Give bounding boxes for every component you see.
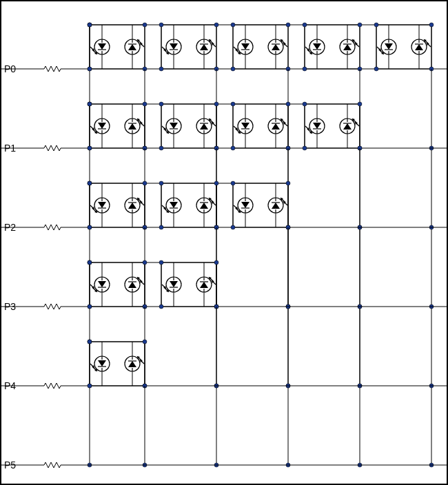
led-pair-cell — [161, 104, 217, 148]
resistor — [41, 462, 63, 468]
resistor — [41, 304, 63, 309]
led-pair-cell — [90, 104, 145, 148]
led-pair-cell — [90, 183, 145, 227]
led-pair-cell — [161, 183, 217, 227]
resistor — [41, 145, 63, 151]
led-pair-cell — [90, 342, 145, 386]
led-pair-cell — [161, 262, 217, 307]
resistor — [41, 225, 63, 230]
led-pair-cell — [90, 262, 145, 307]
led-pair-cell — [305, 104, 360, 148]
svg-rect-24 — [1, 1, 447, 484]
led-pair-cell — [233, 25, 289, 69]
led-pair-cell — [161, 25, 217, 69]
led-pair-cell — [376, 25, 432, 69]
resistor — [41, 383, 63, 389]
led-pair-cell — [90, 25, 145, 69]
led-pair-cell — [233, 104, 289, 148]
resistor — [41, 66, 63, 72]
led-pair-cell — [305, 25, 360, 69]
charlieplex-schematic: P0P1P2P3P4P5 — [0, 0, 448, 485]
led-pair-cell — [233, 183, 289, 227]
